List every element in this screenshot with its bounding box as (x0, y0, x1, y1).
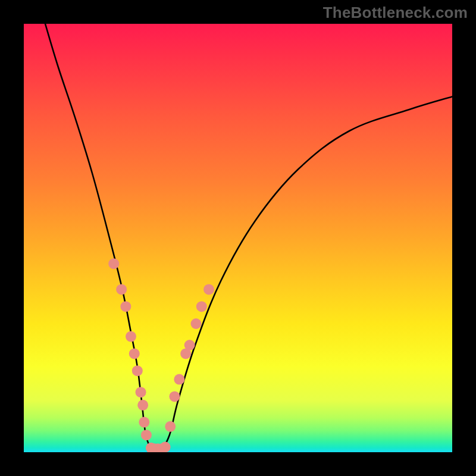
highlight-point (132, 365, 143, 376)
highlight-point (196, 301, 207, 312)
highlight-point (190, 318, 201, 329)
highlight-point (136, 387, 146, 397)
highlight-point (160, 441, 171, 452)
highlight-point (184, 340, 195, 350)
highlight-point (126, 331, 136, 342)
highlight-points (108, 258, 214, 452)
highlight-point (129, 348, 140, 359)
highlight-point (120, 301, 131, 312)
plot-area (24, 24, 452, 452)
highlight-point (108, 258, 119, 269)
highlight-point (116, 284, 127, 295)
highlight-point (141, 430, 152, 440)
highlight-point (137, 400, 148, 411)
bottleneck-curve (45, 24, 452, 450)
highlight-point (174, 374, 184, 385)
chart-root: TheBottleneck.com (0, 0, 476, 476)
curve-layer (24, 24, 452, 452)
highlight-point (139, 417, 149, 428)
watermark-text: TheBottleneck.com (323, 4, 468, 22)
highlight-point (169, 391, 180, 402)
highlight-point (203, 284, 214, 295)
highlight-point (165, 421, 176, 432)
